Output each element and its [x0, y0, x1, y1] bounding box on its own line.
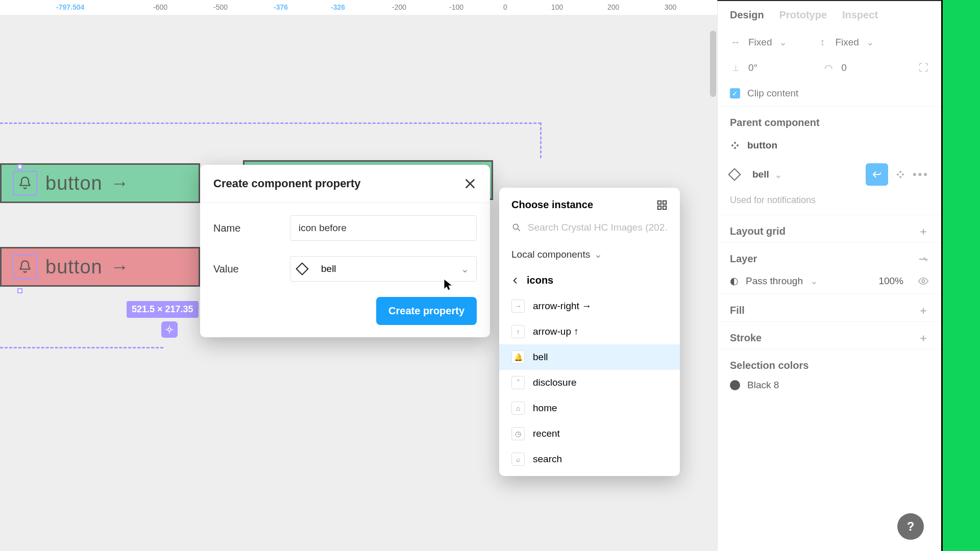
search-input[interactable] [528, 222, 668, 233]
instance-name[interactable]: bell [752, 169, 769, 180]
svg-rect-2 [658, 201, 661, 204]
search-icon [511, 222, 522, 233]
add-stroke-button[interactable]: ＋ [918, 333, 929, 344]
item-label: bell [533, 352, 548, 363]
apply-variant-icon[interactable] [161, 321, 178, 338]
canvas-button-green[interactable]: button → [0, 163, 200, 203]
rotation-input[interactable]: 0° [748, 62, 757, 73]
add-layout-grid-button[interactable]: ＋ [918, 226, 929, 237]
instance-icon [296, 262, 308, 275]
item-thumb: ⌂ [511, 402, 525, 415]
selection-bound-bottom [0, 347, 163, 348]
canvas-scrollbar[interactable] [710, 31, 716, 97]
independent-corners-icon[interactable]: ⛶ [918, 62, 929, 73]
visibility-icon[interactable] [918, 276, 929, 287]
width-mode-select[interactable]: Fixed [748, 37, 772, 48]
ruler-tick: -500 [213, 3, 228, 11]
opacity-input[interactable]: 100% [878, 276, 903, 287]
fill-title: Fill [730, 305, 745, 316]
item-label: recent [533, 428, 560, 439]
list-item[interactable]: ˅disclosure [499, 370, 680, 395]
grid-view-toggle[interactable] [656, 199, 668, 211]
canvas-button-red[interactable]: button → [0, 247, 200, 287]
blend-mode-select[interactable]: Pass through [746, 276, 803, 287]
vertical-resize-icon: ↕ [817, 37, 828, 48]
more-icon[interactable]: ••• [913, 168, 929, 181]
instance-description: Used for notifications [718, 192, 941, 215]
list-item[interactable]: ⌕search [499, 446, 680, 472]
item-label: search [533, 454, 562, 465]
component-icon [730, 140, 740, 151]
scope-select[interactable]: Local components ⌄ [499, 241, 680, 267]
style-icon[interactable] [918, 254, 929, 265]
modal-body: Name Value bell ⌄ Create property [200, 203, 490, 337]
item-thumb: ◷ [511, 427, 525, 440]
list-item[interactable]: →arrow-right → [499, 293, 680, 319]
instance-swap-row: bell ⌄ ••• [718, 157, 941, 192]
tab-prototype[interactable]: Prototype [779, 9, 827, 21]
bell-icon [18, 260, 32, 274]
help-button[interactable]: ? [897, 513, 924, 540]
canvas-button-label: button [45, 256, 103, 278]
selection-colors-title: Selection colors [718, 349, 941, 373]
panel-tabs: Design Prototype Inspect [718, 1, 941, 29]
instance-swap-button[interactable] [866, 163, 888, 186]
arrow-right-icon: → [111, 256, 130, 278]
icon-slot[interactable] [13, 255, 37, 279]
create-property-button[interactable]: Create property [376, 297, 477, 325]
list-item[interactable]: ↑arrow-up ↑ [499, 319, 680, 344]
parent-component-title: Parent component [718, 107, 941, 134]
svg-rect-5 [663, 206, 666, 209]
component-options-icon[interactable] [895, 169, 905, 180]
item-thumb: 🔔 [511, 350, 525, 364]
color-row[interactable]: Black 8 [718, 373, 941, 397]
tab-design[interactable]: Design [730, 9, 764, 21]
tab-inspect[interactable]: Inspect [842, 9, 878, 21]
name-field-row: Name [213, 215, 477, 241]
canvas-button-label: button [45, 172, 103, 194]
ruler-tick: 200 [607, 3, 619, 11]
back-button[interactable]: icons [499, 267, 680, 293]
layer-section: Layer [718, 243, 941, 268]
modal-header: Create component property [200, 165, 490, 203]
selection-handle[interactable] [17, 288, 22, 293]
height-mode-select[interactable]: Fixed [835, 37, 859, 48]
close-button[interactable] [463, 177, 477, 190]
chevron-down-icon[interactable]: ⌄ [774, 169, 782, 181]
clip-row[interactable]: ✓ Clip content [718, 81, 941, 106]
item-label: disclosure [533, 377, 577, 388]
blend-icon: ◐ [730, 275, 739, 287]
chevron-down-icon: ⌄ [866, 36, 874, 48]
parent-component-row[interactable]: button [718, 134, 941, 157]
list-item[interactable]: 🔔bell [499, 344, 680, 370]
selection-bound-top [0, 122, 541, 124]
horizontal-resize-icon: ↔ [730, 37, 741, 48]
svg-point-1 [922, 280, 925, 283]
name-label: Name [213, 222, 290, 234]
item-thumb: → [511, 299, 525, 313]
value-label: Value [213, 263, 290, 275]
corner-radius-input[interactable]: 0 [841, 62, 847, 73]
picker-title: Choose instance [511, 199, 593, 211]
instance-icon [728, 168, 741, 181]
layer-title: Layer [730, 253, 757, 265]
layout-grid-section: Layout grid ＋ [718, 215, 941, 242]
icon-slot[interactable] [13, 171, 37, 195]
mouse-cursor [443, 278, 453, 292]
blend-row: ◐ Pass through ⌄ 100% [718, 268, 941, 294]
right-panel: Design Prototype Inspect ↔ Fixed ⌄ ↕ Fix… [717, 0, 941, 551]
add-fill-button[interactable]: ＋ [918, 305, 929, 316]
list-item[interactable]: ⌂home [499, 395, 680, 421]
ruler-tick: 100 [551, 3, 563, 11]
resize-row: ↔ Fixed ⌄ ↕ Fixed ⌄ [718, 29, 941, 55]
item-thumb: ⌕ [511, 453, 525, 466]
angle-icon: ⟂ [730, 62, 741, 73]
selection-handle[interactable] [17, 164, 22, 169]
name-input[interactable] [290, 215, 477, 241]
selection-bound-right [540, 122, 542, 158]
selection-dimensions: 521.5 × 217.35 [127, 301, 199, 318]
search-row [499, 218, 680, 241]
list-item[interactable]: ◷recent [499, 421, 680, 446]
ruler-tick: -100 [449, 3, 463, 11]
clip-checkbox[interactable]: ✓ [730, 88, 740, 98]
